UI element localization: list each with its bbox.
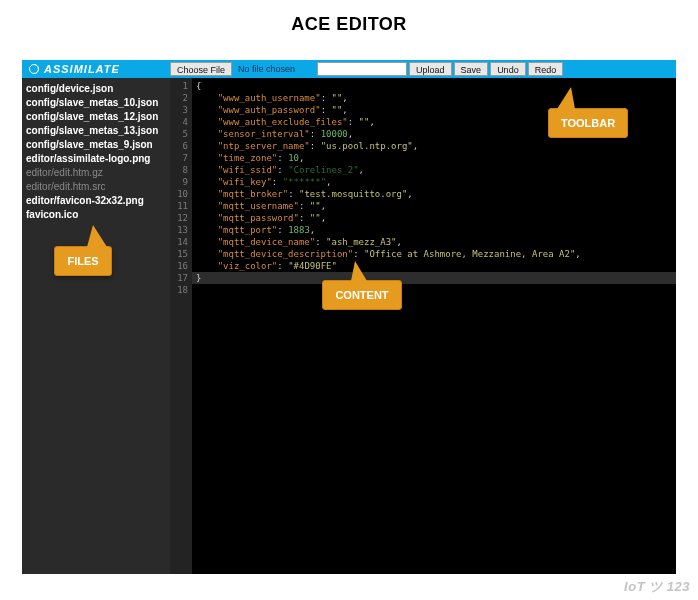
page-title: ACE EDITOR [0, 0, 698, 45]
no-file-label: No file chosen [234, 64, 299, 74]
code-content[interactable]: { "www_auth_username": "", "www_auth_pas… [192, 78, 676, 574]
callout-content-label: CONTENT [335, 289, 388, 301]
brand-icon [28, 63, 40, 75]
file-item[interactable]: config/device.json [26, 82, 166, 96]
file-item[interactable]: favicon.ico [26, 208, 166, 222]
line-gutter: 123456789101112131415161718 [170, 78, 192, 574]
redo-button[interactable]: Redo [528, 62, 564, 76]
callout-files-label: FILES [67, 255, 98, 267]
file-item[interactable]: config/slave_metas_12.json [26, 110, 166, 124]
callout-files: FILES [54, 246, 112, 276]
path-input[interactable] [317, 62, 407, 76]
topbar: ASSIMILATE Choose File No file chosen Up… [22, 60, 676, 78]
callout-toolbar-label: TOOLBAR [561, 117, 615, 129]
undo-button[interactable]: Undo [490, 62, 526, 76]
file-item[interactable]: config/slave_metas_13.json [26, 124, 166, 138]
file-item[interactable]: config/slave_metas_10.json [26, 96, 166, 110]
file-item[interactable]: editor/edit.htm.src [26, 180, 166, 194]
callout-toolbar: TOOLBAR [548, 108, 628, 138]
file-item[interactable]: editor/favicon-32x32.png [26, 194, 166, 208]
save-button[interactable]: Save [454, 62, 489, 76]
code-editor[interactable]: 123456789101112131415161718 { "www_auth_… [170, 78, 676, 574]
file-item[interactable]: editor/edit.htm.gz [26, 166, 166, 180]
upload-button[interactable]: Upload [409, 62, 452, 76]
file-item[interactable]: config/slave_metas_9.json [26, 138, 166, 152]
file-item[interactable]: editor/assimilate-logo.png [26, 152, 166, 166]
brand-text: ASSIMILATE [44, 63, 120, 75]
callout-content: CONTENT [322, 280, 402, 310]
choose-file-button[interactable]: Choose File [170, 62, 232, 76]
toolbar-row: Choose File No file chosen Upload Save U… [170, 60, 676, 78]
file-sidebar: config/device.jsonconfig/slave_metas_10.… [22, 78, 170, 574]
brand: ASSIMILATE [22, 60, 170, 78]
watermark: IoT ツ 123 [624, 578, 690, 596]
